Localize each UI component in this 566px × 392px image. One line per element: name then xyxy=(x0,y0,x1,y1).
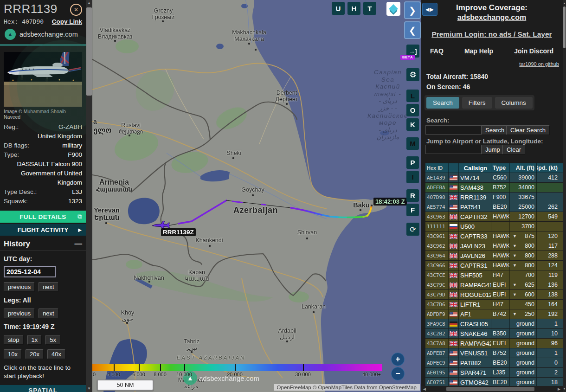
scroll-up-icon[interactable]: ▲ xyxy=(563,0,566,6)
close-icon[interactable]: ✕ xyxy=(70,4,82,16)
speed-button-5x[interactable]: 5x xyxy=(45,335,60,345)
page-scrollbar[interactable]: ▲ ▼ xyxy=(563,0,566,392)
header-cell[interactable]: Type xyxy=(491,163,510,173)
sidebar-collapse-left-button[interactable]: ❮ xyxy=(404,21,421,39)
tab-search[interactable]: Search xyxy=(426,97,459,109)
table-row[interactable]: AE1439VM714C56039000412 xyxy=(425,173,563,182)
layer-toggle-k[interactable]: K xyxy=(406,118,419,131)
jump-button[interactable]: Jump xyxy=(481,145,504,154)
table-row[interactable]: 111111U5003700 xyxy=(425,222,563,231)
map-button-h[interactable]: H xyxy=(347,2,360,15)
collapse-icon[interactable]: — xyxy=(75,239,83,248)
aircraft-photo[interactable] xyxy=(4,52,82,107)
settings-button[interactable]: ⚙ xyxy=(406,68,419,81)
table-row[interactable]: 43C961CAPTR33HAWK875▼120 xyxy=(425,231,563,241)
table-row[interactable]: 43C7CESHF505H47700119 xyxy=(425,270,563,280)
sidebar-expand-right-button[interactable]: ❯ xyxy=(404,1,421,19)
table-row[interactable]: 407D90RRR1139F90033675 xyxy=(425,193,563,202)
clear-jump-button[interactable]: Clear xyxy=(502,145,525,154)
spatial-header[interactable]: SPATIAL xyxy=(0,385,86,392)
hex-cell: 43C962 xyxy=(425,241,449,251)
speed-button-stop[interactable]: stop xyxy=(4,335,24,345)
github-link[interactable]: tar1090 on github xyxy=(519,61,559,67)
table-row[interactable]: 43C964JAVLN26HAWK800▼288 xyxy=(425,251,563,260)
colorbar-tick-label: 20 000 xyxy=(227,372,243,377)
layer-toggle-i[interactable]: I xyxy=(406,171,419,183)
scroll-down-icon[interactable]: ▼ xyxy=(563,386,566,392)
scroll-up-icon[interactable]: ▲ xyxy=(86,0,92,6)
table-row[interactable]: 43C2B2SNAKE46B350ground10 xyxy=(425,329,563,338)
header-cell[interactable] xyxy=(449,163,459,173)
left-panel-scrollbar[interactable]: ▲ ▼ xyxy=(86,0,92,392)
utc-day-label: UTC day: xyxy=(0,251,86,263)
previous-button[interactable]: previous xyxy=(4,282,35,292)
table-row[interactable]: 43C963CAPTR32HAWK12700549 xyxy=(425,212,563,221)
speed-button-20x[interactable]: 20x xyxy=(26,349,44,359)
scrollbar-thumb[interactable] xyxy=(563,6,566,48)
info-row: Squawk:1323 xyxy=(4,197,82,206)
table-row[interactable]: AE0195SPAR471LJ35ground2 xyxy=(425,368,563,377)
utc-date-input[interactable] xyxy=(4,266,56,277)
flight-activity-button[interactable]: FLIGHT ACTIVITY ▶ xyxy=(0,224,86,236)
table-row[interactable]: 3FA9C8CRASH05ground1 xyxy=(425,319,563,328)
scrollbar-thumb[interactable] xyxy=(86,7,92,96)
scroll-left-icon[interactable]: ◄ xyxy=(422,386,427,392)
search-input[interactable] xyxy=(425,125,482,135)
replay-button[interactable]: ⟳ xyxy=(406,223,419,236)
jump-input[interactable] xyxy=(425,145,482,154)
link-map-help[interactable]: Map Help xyxy=(464,47,493,55)
header-cell[interactable]: Callsign xyxy=(459,163,491,173)
header-cell[interactable]: Spd. (kt) xyxy=(537,163,560,173)
layers-button[interactable] xyxy=(386,2,400,16)
search-button[interactable]: Search xyxy=(481,125,508,135)
layer-toggle-m[interactable]: M xyxy=(406,137,419,150)
map-attribution[interactable]: OpenFreeMap © OpenMapTiles Data from Ope… xyxy=(274,384,420,391)
next-button[interactable]: next xyxy=(39,282,58,292)
scrollbar-thumb[interactable] xyxy=(446,387,534,391)
full-details-button[interactable]: FULL DETAILS ⧉ xyxy=(0,211,86,223)
premium-login-link[interactable]: Premium Login: no ads / Sat. Layer xyxy=(421,30,563,39)
type-cell: HAWK xyxy=(491,231,510,241)
table-row[interactable]: 43C79CRAMPAG41EUFI625▼136 xyxy=(425,280,563,289)
next-button[interactable]: next xyxy=(39,308,58,318)
adsbexchange-link[interactable]: adsbexchange.com xyxy=(421,13,563,22)
map-button-u[interactable]: U xyxy=(332,2,345,15)
speed-button-40x[interactable]: 40x xyxy=(47,349,65,359)
previous-button[interactable]: previous xyxy=(4,308,35,318)
table-row[interactable]: ADFEBASAM438B75234000 xyxy=(425,183,563,192)
tab-filters[interactable]: Filters xyxy=(462,97,492,109)
zoom-in-button[interactable]: + xyxy=(391,353,405,366)
link-faq[interactable]: FAQ xyxy=(430,47,444,55)
layer-toggle-f[interactable]: F xyxy=(406,204,419,216)
table-row[interactable]: AE0751GTMO842BE20ground18 xyxy=(425,378,563,387)
header-cell[interactable]: Hex ID xyxy=(425,163,449,173)
scroll-down-icon[interactable]: ▼ xyxy=(86,386,92,392)
layer-toggle-l[interactable]: L xyxy=(406,90,419,102)
speed-button-10x[interactable]: 10x xyxy=(4,349,22,359)
map-button-t[interactable]: T xyxy=(363,2,376,15)
table-row[interactable]: 43C962JAVLN23HAWK800▼117 xyxy=(425,241,563,251)
scroll-right-icon[interactable]: ► xyxy=(557,386,561,392)
layer-toggle-r[interactable]: R xyxy=(406,189,419,202)
altitude-cell: ground xyxy=(510,368,537,377)
table-row[interactable]: 43C7D6LIFTR1H47450164 xyxy=(425,300,563,309)
layer-toggle-p[interactable]: P xyxy=(406,156,419,169)
table-row[interactable]: 43C966CAPTR31HAWK800▼124 xyxy=(425,261,563,270)
speed-button-1x[interactable]: 1x xyxy=(27,335,42,345)
table-row[interactable]: AE5774PAT541BE2025000262 xyxy=(425,202,563,212)
clear-search-button[interactable]: Clear Search xyxy=(506,125,550,135)
copy-link-button[interactable]: Copy Link xyxy=(52,18,82,25)
map-canvas[interactable]: GroznyГрозныйVladikavkazВладикавказMakha… xyxy=(92,0,421,392)
header-cell[interactable]: Alt. (ft) xyxy=(510,163,537,173)
table-row[interactable]: ADFEB7VENUS51B752ground1 xyxy=(425,348,563,358)
layer-toggle-o[interactable]: O xyxy=(406,104,419,116)
zoom-out-button[interactable]: − xyxy=(391,367,405,380)
aircraft-callsign-tag[interactable]: RRR1139Z xyxy=(161,228,196,236)
table-horizontal-scrollbar[interactable]: ◄ ► xyxy=(421,386,563,392)
table-row[interactable]: ADFDF9AF1B742250▼192 xyxy=(425,309,563,319)
tab-columns[interactable]: Columns xyxy=(495,97,533,109)
table-row[interactable]: 43C7A8RAMPAG42EUFIground96 xyxy=(425,339,563,348)
table-row[interactable]: 43C79DROGUE012EUFI600▼138 xyxy=(425,290,563,299)
link-join-discord[interactable]: Join Discord xyxy=(514,47,553,55)
table-row[interactable]: ADFEC9PAT882BE20ground0 xyxy=(425,358,563,367)
